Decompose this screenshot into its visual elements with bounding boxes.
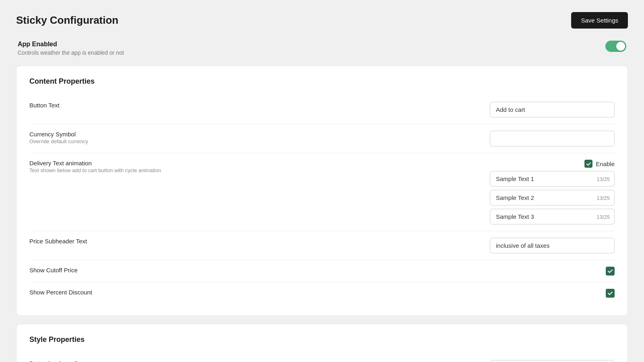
show-cutoff-label: Show Cutoff Price — [29, 267, 78, 274]
delivery-text-2-wrapper: 13/25 — [490, 190, 615, 206]
show-percent-discount-label: Show Percent Discount — [29, 289, 92, 296]
show-percent-discount-row: Show Percent Discount — [29, 282, 615, 304]
delivery-text-inputs: 13/25 13/25 13/25 — [490, 171, 615, 224]
delivery-text-1-input[interactable] — [490, 171, 615, 187]
content-properties-title: Content Properties — [29, 77, 615, 86]
page-title: Sticky Configuration — [16, 14, 118, 27]
show-percent-discount-control — [490, 289, 615, 298]
delivery-text-animation-row: Delivery Text animation Text shown below… — [29, 153, 615, 231]
button-border-radius-input[interactable] — [490, 360, 615, 362]
delivery-text-1-wrapper: 13/25 — [490, 171, 615, 187]
button-text-row: Button Text — [29, 95, 615, 124]
app-enabled-description: Controls weather the app is enabled or n… — [18, 49, 124, 56]
show-percent-discount-label-group: Show Percent Discount — [29, 289, 92, 296]
page-header: Sticky Configuration Save Settings — [16, 12, 628, 29]
save-settings-button[interactable]: Save Settings — [571, 12, 628, 29]
delivery-text-3-count: 13/25 — [597, 214, 610, 220]
delivery-text-control: Enable 13/25 13/25 13/25 — [490, 160, 615, 224]
toggle-thumb — [616, 42, 625, 51]
currency-symbol-row: Currency Symbol Override default currenc… — [29, 124, 615, 153]
app-enabled-toggle[interactable] — [605, 41, 626, 52]
style-properties-card: Style Properties Button border radius — [16, 324, 628, 362]
delivery-text-label: Delivery Text animation — [29, 160, 161, 167]
app-enabled-label-group: App Enabled Controls weather the app is … — [18, 41, 124, 56]
delivery-text-3-input[interactable] — [490, 209, 615, 224]
style-properties-title: Style Properties — [29, 335, 615, 344]
price-subheader-label: Price Subheader Text — [29, 238, 87, 245]
price-subheader-label-group: Price Subheader Text — [29, 238, 87, 245]
content-properties-card: Content Properties Button Text Currency … — [16, 66, 628, 316]
delivery-text-3-wrapper: 13/25 — [490, 209, 615, 224]
button-text-label-group: Button Text — [29, 102, 60, 109]
delivery-enable-checkbox[interactable] — [584, 160, 592, 168]
button-text-input[interactable] — [490, 102, 615, 117]
price-subheader-row: Price Subheader Text — [29, 231, 615, 260]
price-subheader-input[interactable] — [490, 238, 615, 253]
button-border-radius-control — [490, 360, 615, 362]
app-enabled-section: App Enabled Controls weather the app is … — [16, 41, 628, 56]
button-border-radius-label: Button border radius — [29, 360, 84, 362]
currency-symbol-control — [490, 131, 615, 146]
currency-symbol-label-group: Currency Symbol Override default currenc… — [29, 131, 88, 144]
show-cutoff-price-checkbox[interactable] — [606, 267, 615, 276]
show-cutoff-price-row: Show Cutoff Price — [29, 260, 615, 282]
button-border-radius-label-group: Button border radius — [29, 360, 84, 362]
checkmark-icon — [607, 290, 613, 296]
button-text-control — [490, 102, 615, 117]
delivery-enable-label: Enable — [596, 160, 615, 167]
show-percent-discount-checkbox[interactable] — [606, 289, 615, 298]
checkmark-icon — [586, 161, 591, 167]
price-subheader-control — [490, 238, 615, 253]
delivery-text-1-count: 13/25 — [597, 176, 610, 182]
delivery-text-label-group: Delivery Text animation Text shown below… — [29, 160, 161, 173]
currency-symbol-input[interactable] — [490, 131, 615, 146]
checkmark-icon — [607, 268, 613, 274]
delivery-text-2-count: 13/25 — [597, 195, 610, 201]
delivery-text-sublabel: Text shown below add to cart button with… — [29, 167, 161, 173]
button-text-label: Button Text — [29, 102, 60, 109]
show-cutoff-label-group: Show Cutoff Price — [29, 267, 78, 274]
currency-symbol-sublabel: Override default currency — [29, 138, 88, 144]
delivery-text-2-input[interactable] — [490, 190, 615, 206]
show-cutoff-control — [490, 267, 615, 276]
app-enabled-label: App Enabled — [18, 41, 124, 48]
currency-symbol-label: Currency Symbol — [29, 131, 88, 138]
delivery-enable-row: Enable — [490, 160, 615, 168]
button-border-radius-row: Button border radius — [29, 354, 615, 362]
